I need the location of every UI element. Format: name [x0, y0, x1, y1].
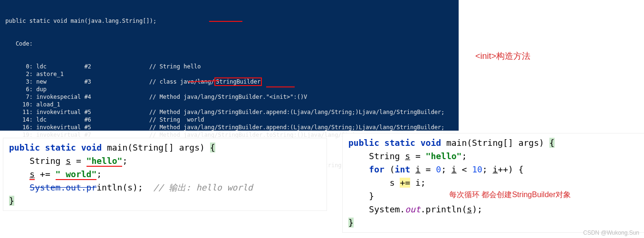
bytecode-comment [149, 86, 459, 93]
bytecode-row: 11: invokevirtual #5// Method java/lang/… [2, 108, 459, 116]
bytecode-row: 2: astore_1 [2, 70, 459, 78]
code-snippet-right: public static void main(String[] args) {… [342, 133, 644, 233]
bytecode-instruction: 7: invokespecial #4 [2, 93, 149, 101]
code-line: } [343, 216, 644, 229]
code-line: public static void main(String[] args) { [343, 136, 644, 150]
bytecode-comment: // String hello [149, 63, 459, 70]
bytecode-panel: public static void main(java.lang.String… [0, 0, 459, 131]
bytecode-row: 3: new #3// class java/lang/StringBuilde… [2, 78, 459, 86]
bytecode-comment: // Method java/lang/StringBuilder.append… [149, 108, 459, 116]
bytecode-row: 16: invokevirtual #5// Method java/lang/… [2, 124, 459, 131]
bytecode-row: 0: ldc #2// String hello [2, 63, 459, 70]
code-line: String s = "hello"; [3, 154, 327, 168]
code-line: for (int i = 0; i < 10; i++) { [343, 163, 644, 176]
code-snippet-left: public static void main(String[] args) {… [3, 138, 327, 211]
side-note-loop: 每次循环 都会创建StringBuilder对象 [449, 190, 571, 200]
code-line: public static void main(String[] args) { [3, 141, 327, 154]
code-line: } [3, 194, 327, 208]
code-line: System.out.println(s); // 输出: hello worl… [3, 181, 327, 194]
red-annotation [209, 21, 242, 22]
bytecode-instruction: 11: invokevirtual #5 [2, 108, 149, 116]
bytecode-row: 7: invokespecial #4// Method java/lang/S… [2, 93, 459, 101]
bytecode-instruction: 6: dup [2, 86, 149, 93]
bytecode-row: 14: ldc #6// String world [2, 116, 459, 124]
bytecode-comment: // String world [149, 116, 459, 124]
bytecode-instruction: 16: invokevirtual #5 [2, 124, 149, 131]
bytecode-instruction: 2: astore_1 [2, 70, 149, 78]
bytecode-row: 10: aload_1 [2, 101, 459, 108]
watermark: CSDN @Wukong.Sun [583, 229, 639, 236]
code-line: s += i; [343, 176, 644, 190]
bytecode-comment: // Method java/lang/StringBuilder.append… [149, 124, 459, 131]
bytecode-instruction: 3: new #3 [2, 78, 149, 86]
bytecode-code-label: Code: [2, 40, 459, 48]
code-line: System.out.println(s); [343, 203, 644, 216]
side-note-init: <init>构造方法 [475, 50, 530, 62]
bytecode-instruction: 0: ldc #2 [2, 63, 149, 70]
bytecode-comment [149, 70, 459, 78]
bytecode-comment: // Method java/lang/StringBuilder."<init… [149, 93, 459, 101]
code-line: String s = "hello"; [343, 150, 644, 163]
bytecode-instruction: 14: ldc #6 [2, 116, 149, 124]
bytecode-instruction: 10: aload_1 [2, 101, 149, 108]
code-line: s += " world"; [3, 168, 327, 181]
highlight-stringbuilder: StringBuilder [214, 77, 262, 86]
bytecode-comment [149, 101, 459, 108]
bytecode-row: 6: dup [2, 86, 459, 93]
red-annotation [266, 86, 295, 87]
